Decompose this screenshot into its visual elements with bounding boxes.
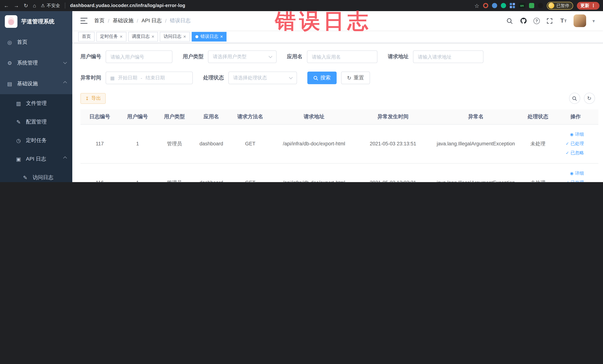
log-icon <box>15 156 22 162</box>
sidebar-item-access-log[interactable]: 访问日志 <box>0 168 72 182</box>
user-type-select[interactable]: 请选择用户类型 <box>208 50 277 63</box>
sidebar-item-api-logs[interactable]: API 日志 <box>0 150 72 168</box>
process-status-select[interactable]: 请选择处理状态 <box>228 71 297 84</box>
extension-icon[interactable] <box>501 3 506 8</box>
col-exception-name: 异常名 <box>429 109 523 124</box>
close-icon[interactable] <box>120 34 123 39</box>
table-header: 日志编号 用户编号 用户类型 应用名 请求方法名 请求地址 异常发生时间 异常名… <box>81 109 598 124</box>
app-name-input[interactable] <box>307 50 377 63</box>
sidebar-item-infrastructure[interactable]: 基础设施 <box>0 73 72 94</box>
cell-request-url: /api/infra/db-doc/export-html <box>271 124 357 163</box>
dashboard-icon <box>6 39 13 45</box>
back-icon[interactable] <box>4 3 9 8</box>
tab-access-log[interactable]: 访问日志 <box>160 32 190 41</box>
tab-schedule-log[interactable]: 调度日志 <box>128 32 158 41</box>
tab-home[interactable]: 首页 <box>78 32 94 41</box>
col-exception-time: 异常发生时间 <box>357 109 429 124</box>
cell-actions: 详细 已处理 已忽略 <box>553 163 598 182</box>
error-log-table: 日志编号 用户编号 用户类型 应用名 请求方法名 请求地址 异常发生时间 异常名… <box>81 109 598 182</box>
help-icon[interactable] <box>533 18 540 24</box>
sidebar-item-scheduled-tasks[interactable]: 定时任务 <box>0 131 72 150</box>
sidebar-item-label: 基础设施 <box>17 81 38 87</box>
chrome-toolbar-right: 已暂停 更新 <box>474 2 599 10</box>
cell-log-id: 117 <box>81 124 119 163</box>
infrastructure-submenu: 文件管理 配置管理 定时任务 API 日志 <box>0 94 72 182</box>
sidebar-item-home[interactable]: 首页 <box>0 32 72 53</box>
extension-icon[interactable] <box>492 3 497 8</box>
warning-icon <box>41 3 45 8</box>
table-row: 117 1 管理员 dashboard GET /api/infra/db-do… <box>81 124 598 163</box>
col-request-url: 请求地址 <box>271 109 357 124</box>
clock-icon <box>15 138 22 143</box>
request-url-label: 请求地址 <box>388 53 408 60</box>
mark-processed-link[interactable]: 已处理 <box>566 141 584 147</box>
close-icon[interactable] <box>220 34 223 39</box>
close-icon[interactable] <box>151 34 154 39</box>
reload-icon[interactable] <box>24 3 28 8</box>
profile-paused-chip[interactable]: 已暂停 <box>547 2 573 10</box>
toggle-search-button[interactable] <box>569 93 580 104</box>
fullscreen-icon[interactable] <box>546 17 554 24</box>
file-icon <box>15 101 22 106</box>
col-user-id: 用户编号 <box>119 109 156 124</box>
extension-icon[interactable] <box>483 3 488 8</box>
request-url-input[interactable] <box>413 50 483 63</box>
exception-time-range-picker[interactable]: 开始日期 - 结束日期 <box>106 71 193 84</box>
user-avatar[interactable] <box>574 14 586 27</box>
forward-icon[interactable] <box>14 3 19 8</box>
date-end-placeholder: 结束日期 <box>146 75 165 81</box>
select-placeholder: 请选择用户类型 <box>213 53 246 60</box>
sidebar-item-config-management[interactable]: 配置管理 <box>0 113 72 131</box>
search-button[interactable]: 搜索 <box>307 71 337 84</box>
font-size-icon[interactable] <box>560 17 567 24</box>
search-button-label: 搜索 <box>320 75 331 81</box>
extension-icon[interactable] <box>529 3 534 8</box>
tab-scheduled-tasks[interactable]: 定时任务 <box>96 32 126 41</box>
address-bar[interactable]: dashboard.yudao.iocoder.cn/infra/log/api… <box>70 3 470 8</box>
caret-down-icon[interactable] <box>592 17 595 24</box>
detail-link[interactable]: 详细 <box>570 170 584 176</box>
user-type-label: 用户类型 <box>183 53 204 60</box>
search-icon <box>572 96 577 101</box>
menu-fold-icon[interactable] <box>81 18 88 24</box>
col-method: 请求方法名 <box>230 109 271 124</box>
col-actions: 操作 <box>553 109 598 124</box>
mark-ignored-link[interactable]: 已忽略 <box>566 150 584 156</box>
breadcrumb-infrastructure[interactable]: 基础设施 <box>113 17 133 24</box>
mark-processed-link[interactable]: 已处理 <box>566 179 584 182</box>
edit-icon <box>15 119 22 125</box>
user-id-input[interactable] <box>106 50 172 63</box>
search-icon <box>313 75 318 80</box>
github-icon[interactable] <box>520 17 527 24</box>
security-indicator[interactable]: 不安全 <box>41 2 60 9</box>
browser-update-button[interactable]: 更新 <box>577 2 599 10</box>
sidebar-item-label: 系统管理 <box>17 60 38 66</box>
breadcrumb: 首页 基础设施 API 日志 错误日志 <box>94 17 191 24</box>
chevron-down-icon <box>289 75 293 79</box>
extension-icon[interactable] <box>538 3 543 8</box>
export-button[interactable]: 导出 <box>81 93 106 104</box>
refresh-table-button[interactable] <box>584 93 595 104</box>
breadcrumb-home[interactable]: 首页 <box>94 17 104 24</box>
col-log-id: 日志编号 <box>81 109 119 124</box>
detail-link[interactable]: 详细 <box>570 131 584 138</box>
date-start-placeholder: 开始日期 <box>118 75 137 81</box>
sidebar-item-file-management[interactable]: 文件管理 <box>0 94 72 113</box>
home-icon[interactable] <box>33 3 36 8</box>
close-icon[interactable] <box>183 34 186 39</box>
breadcrumb-api-logs[interactable]: API 日志 <box>142 17 162 24</box>
tab-error-log[interactable]: 错误日志 <box>192 32 227 41</box>
page-content: 用户编号 用户类型 请选择用户类型 应用名 <box>72 43 603 182</box>
sidebar-item-label: 定时任务 <box>26 137 47 144</box>
breadcrumb-separator <box>137 18 138 24</box>
reset-button[interactable]: 重置 <box>341 71 370 84</box>
bookmark-star-icon[interactable] <box>474 3 479 8</box>
date-separator: - <box>141 75 142 81</box>
extension-icon[interactable] <box>510 3 512 5</box>
search-icon[interactable] <box>506 17 513 24</box>
cell-exception-time: 2021-05-03 23:13:51 <box>357 124 429 163</box>
app-logo[interactable]: 芋道管理系统 <box>0 11 72 32</box>
extension-icon[interactable] <box>519 3 525 8</box>
table-body: 117 1 管理员 dashboard GET /api/infra/db-do… <box>81 124 598 182</box>
sidebar-item-system-management[interactable]: 系统管理 <box>0 53 72 73</box>
